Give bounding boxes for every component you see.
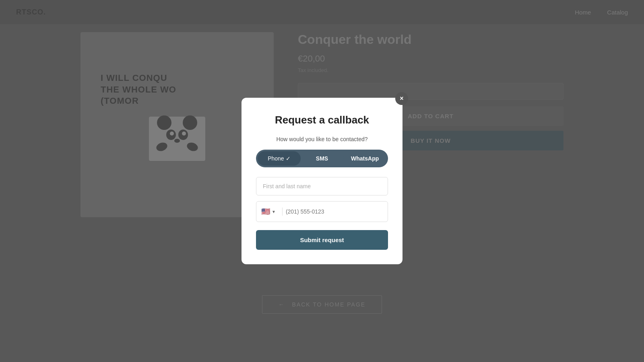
tab-phone-check: ✓ <box>286 155 291 162</box>
tab-phone[interactable]: Phone ✓ <box>258 151 301 166</box>
tab-whatsapp[interactable]: WhatsApp <box>343 151 386 166</box>
tab-phone-label: Phone <box>268 155 284 162</box>
phone-divider <box>282 208 283 216</box>
phone-input[interactable] <box>286 203 383 220</box>
submit-request-button[interactable]: Submit request <box>256 230 388 250</box>
tab-sms[interactable]: SMS <box>301 151 344 166</box>
tab-whatsapp-label: WhatsApp <box>351 155 379 162</box>
country-selector[interactable]: 🇺🇸 ▼ <box>261 202 279 222</box>
modal-subtitle: How would you like to be contacted? <box>256 136 388 142</box>
modal-close-button[interactable]: × <box>395 92 408 105</box>
contact-method-tabs: Phone ✓ SMS WhatsApp <box>256 150 388 167</box>
flag-emoji: 🇺🇸 <box>261 207 270 216</box>
modal-title: Request a callback <box>256 114 388 126</box>
modal-overlay: × Request a callback How would you like … <box>0 0 644 362</box>
chevron-down-icon: ▼ <box>272 210 276 214</box>
name-input[interactable] <box>256 177 388 195</box>
tab-sms-label: SMS <box>316 155 328 162</box>
phone-field-wrapper: 🇺🇸 ▼ <box>256 201 388 222</box>
callback-modal: × Request a callback How would you like … <box>242 98 402 264</box>
